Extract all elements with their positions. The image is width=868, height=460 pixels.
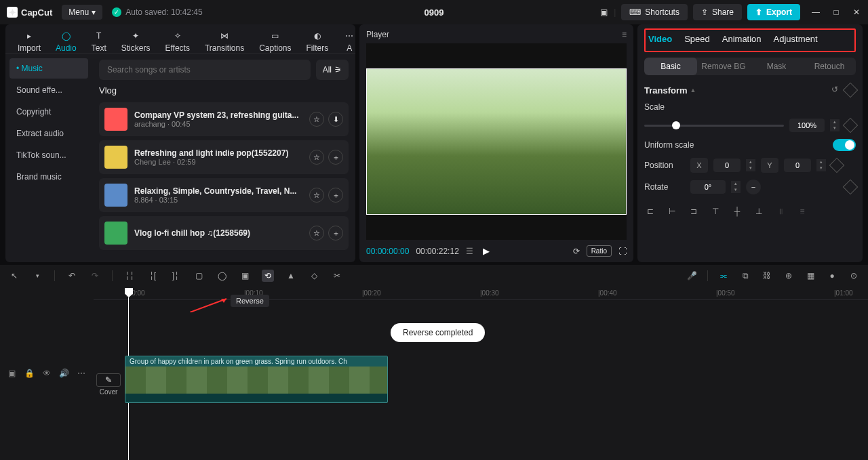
tl-icon1[interactable]: ▣ — [7, 368, 18, 379]
align-center-v-icon[interactable]: ┼ — [731, 205, 743, 217]
tab-stickers[interactable]: ✦Stickers — [116, 28, 156, 54]
subtab-mask[interactable]: Mask — [750, 58, 803, 75]
undo-button[interactable]: ↶ — [66, 270, 78, 282]
link-icon[interactable]: ⧉ — [739, 270, 751, 282]
split-tool[interactable]: ╎╎ — [123, 270, 136, 282]
maximize-button[interactable]: □ — [831, 7, 841, 17]
video-viewport[interactable] — [366, 43, 627, 240]
prop-tab-adjustment[interactable]: Adjustment — [774, 34, 818, 44]
prop-tab-speed[interactable]: Speed — [684, 34, 710, 44]
cover-button[interactable]: ✎ Cover — [96, 373, 121, 396]
song-add-button[interactable]: ＋ — [328, 150, 343, 165]
prop-tab-video[interactable]: Video — [648, 34, 672, 44]
song-item[interactable]: Refreshing and light indie pop(1552207)C… — [99, 140, 349, 174]
fullscreen-icon[interactable]: ⛶ — [618, 247, 627, 256]
song-item[interactable]: Company VP system 23, refreshing guita..… — [99, 102, 349, 136]
marker-tool[interactable]: ◯ — [216, 270, 228, 282]
distribute-h-icon[interactable]: ⫴ — [774, 205, 787, 217]
pos-y-input[interactable] — [784, 159, 811, 172]
layout-icon[interactable]: ▣ — [599, 7, 608, 17]
align-bottom-icon[interactable]: ⊥ — [753, 205, 765, 217]
mirror-tool[interactable]: ▲ — [285, 270, 297, 282]
song-item[interactable]: Vlog lo-fi chill hop ♫(1258569)☆＋ — [99, 216, 349, 250]
crop2-tool[interactable]: ✂ — [331, 270, 343, 282]
dot-icon[interactable]: ● — [826, 270, 838, 282]
grid-icon[interactable]: ▦ — [804, 270, 816, 282]
player-menu-icon[interactable]: ≡ — [622, 30, 627, 39]
step-down[interactable]: ▾ — [830, 125, 840, 131]
menu-button[interactable]: Menu ▾ — [62, 5, 102, 20]
sidebar-item[interactable]: Brand music — [9, 167, 88, 187]
project-name[interactable]: 0909 — [425, 7, 444, 18]
share-button[interactable]: ⇪ Share — [693, 4, 742, 20]
keyframe-button[interactable] — [843, 83, 859, 98]
speaker-icon[interactable]: 🔊 — [59, 368, 70, 379]
close-button[interactable]: ✕ — [852, 7, 861, 17]
align-left-icon[interactable]: ⊏ — [644, 205, 656, 217]
align-center-h-icon[interactable]: ⊢ — [666, 205, 678, 217]
magnet-icon[interactable]: ⫘ — [717, 270, 730, 282]
song-dl-button[interactable]: ⬇ — [328, 112, 343, 127]
step-up[interactable]: ▴ — [830, 119, 840, 125]
subtab-remove-bg[interactable]: Remove BG — [697, 58, 750, 75]
tab-import[interactable]: ▸Import — [12, 28, 46, 54]
prop-tab-animation[interactable]: Animation — [722, 34, 762, 44]
sidebar-item[interactable]: TikTok soun... — [9, 145, 88, 165]
ratio-button[interactable]: Ratio — [587, 245, 612, 257]
trim-left-tool[interactable]: ╎[ — [146, 270, 159, 282]
dropdown-icon[interactable]: ▾ — [31, 270, 43, 282]
minimize-button[interactable]: — — [811, 7, 821, 17]
sidebar-item[interactable]: Copyright — [9, 102, 88, 122]
tab-audio[interactable]: ◯Audio — [50, 28, 82, 54]
snap-icon[interactable]: ⊕ — [783, 270, 795, 282]
song-fav-button[interactable]: ☆ — [309, 150, 324, 165]
duplicate-tool[interactable]: ▣ — [239, 270, 251, 282]
reverse-tool[interactable]: ⟲ — [262, 270, 274, 282]
rotate-tool[interactable]: ◇ — [308, 270, 320, 282]
song-add-button[interactable]: ＋ — [328, 226, 343, 241]
align-top-icon[interactable]: ⊤ — [709, 205, 722, 217]
tab-text[interactable]: TText — [86, 28, 112, 54]
keyframe-button[interactable] — [829, 158, 845, 173]
song-fav-button[interactable]: ☆ — [309, 226, 324, 241]
tab-a[interactable]: ⋯A — [338, 28, 355, 54]
sidebar-item[interactable]: Extract audio — [9, 123, 88, 144]
search-input[interactable] — [99, 60, 311, 80]
distribute-v-icon[interactable]: ≡ — [796, 205, 808, 217]
lock-icon[interactable]: 🔒 — [24, 368, 35, 379]
tab-transitions[interactable]: ⋈Transitions — [199, 28, 250, 54]
song-item[interactable]: Relaxing, Simple, Countryside, Travel, N… — [99, 178, 349, 212]
mic-icon[interactable]: 🎤 — [686, 270, 698, 282]
reset-icon[interactable]: ↺ — [831, 85, 838, 96]
tab-filters[interactable]: ◐Filters — [301, 28, 334, 54]
mirror-button[interactable]: − — [746, 180, 761, 194]
chevron-icon[interactable]: ▲ — [690, 87, 696, 93]
tab-captions[interactable]: ▭Captions — [254, 28, 296, 54]
crop-tool[interactable]: ▢ — [193, 270, 205, 282]
filter-all-button[interactable]: All ⚞ — [316, 60, 349, 80]
sidebar-item[interactable]: • Music — [9, 58, 88, 79]
keyframe-button[interactable] — [843, 180, 859, 195]
song-add-button[interactable]: ＋ — [328, 188, 343, 203]
song-fav-button[interactable]: ☆ — [309, 112, 324, 127]
video-clip[interactable]: Group of happy children in park on green… — [125, 356, 388, 403]
align-right-icon[interactable]: ⊐ — [688, 205, 700, 217]
chain-icon[interactable]: ⛓ — [761, 270, 773, 282]
redo-button[interactable]: ↷ — [89, 270, 101, 282]
pos-x-input[interactable] — [713, 159, 741, 172]
scan-icon[interactable]: ⟳ — [573, 247, 580, 256]
select-tool[interactable]: ↖ — [8, 270, 20, 282]
more-icon[interactable]: ⋯ — [76, 368, 87, 379]
uniform-scale-toggle[interactable] — [833, 139, 856, 151]
scale-input[interactable] — [789, 119, 825, 132]
list-icon[interactable]: ☰ — [466, 247, 473, 256]
timeline[interactable]: ▣ 🔒 👁 🔊 ⋯ |00:00|00:10|00:20|00:30|00:40… — [0, 287, 868, 460]
zoom-fit-icon[interactable]: ⊙ — [848, 270, 860, 282]
rotate-input[interactable] — [690, 180, 726, 194]
scale-slider[interactable] — [644, 125, 784, 127]
subtab-basic[interactable]: Basic — [644, 58, 697, 75]
export-button[interactable]: ⬆ Export — [747, 4, 800, 20]
shortcuts-button[interactable]: ⌨ Shortcuts — [621, 4, 688, 20]
subtab-retouch[interactable]: Retouch — [803, 58, 856, 75]
tab-effects[interactable]: ✧Effects — [159, 28, 195, 54]
